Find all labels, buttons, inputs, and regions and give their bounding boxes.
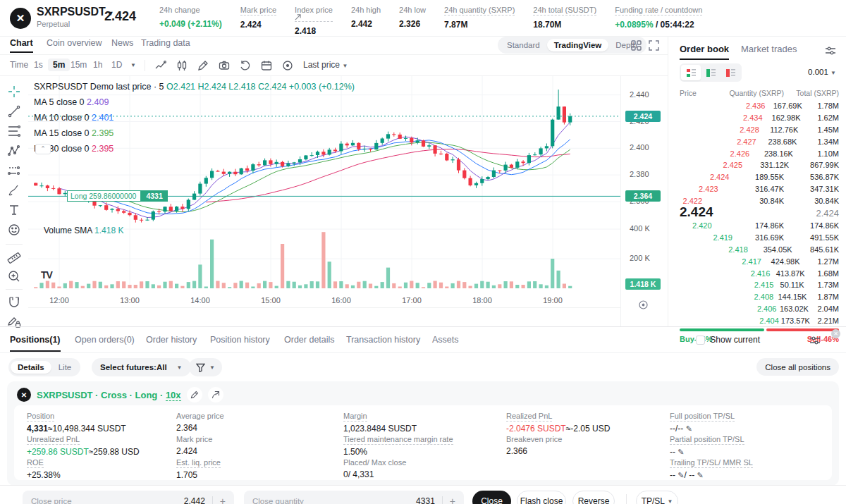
show-current-toggle[interactable]: Show current: [696, 335, 760, 345]
tab-order-book[interactable]: Order book: [680, 44, 729, 60]
legend-collapse-button[interactable]: ⌃: [35, 144, 51, 154]
view-tradingview[interactable]: TradingView: [547, 39, 609, 51]
tab-chart[interactable]: Chart: [10, 38, 33, 53]
reverse-button[interactable]: Reverse: [572, 491, 615, 504]
interval-5m[interactable]: 5m: [48, 59, 70, 71]
emoji-tool-icon[interactable]: [7, 223, 21, 237]
header-stat: Mark price 2.424: [240, 5, 276, 36]
draw-pencil-icon[interactable]: [197, 60, 209, 71]
tpsl-button[interactable]: TP/SL ▼: [636, 491, 678, 504]
field-partial-tpsl: Partial position TP/SL -- ✎: [670, 434, 832, 457]
volume-tick: 200 K: [630, 254, 650, 262]
orderbook-row[interactable]: 2.408 144.15K 1.87M: [668, 291, 846, 303]
orderbook-row[interactable]: 2.424 189.55K 536.87K: [668, 171, 846, 183]
panel-toggle-icon[interactable]: ✕: [831, 329, 840, 338]
brush-tool-icon[interactable]: [7, 183, 21, 197]
interval-1h[interactable]: 1h: [93, 60, 102, 70]
orderbook-row[interactable]: 2.406 163.02K 2.04M: [668, 303, 846, 315]
mode-lite[interactable]: Lite: [51, 361, 79, 374]
tab-open-orders[interactable]: Open orders(0): [75, 335, 135, 345]
crosshair-tool-icon[interactable]: [7, 85, 21, 99]
interval-1d[interactable]: 1D: [111, 60, 122, 70]
close-all-positions-button[interactable]: Close all positions: [756, 358, 839, 376]
target-icon[interactable]: [282, 60, 293, 71]
orderbook-row[interactable]: 2.416 413.87K 1.68M: [668, 267, 846, 279]
close-button[interactable]: Close: [472, 491, 511, 504]
share-position-icon[interactable]: [208, 387, 223, 402]
fullscreen-icon[interactable]: [649, 40, 659, 51]
orderbook-row[interactable]: 2.428 112.76K 1.45M: [668, 124, 846, 136]
orderbook-row[interactable]: 2.426 238.16K 1.10M: [668, 147, 846, 159]
mode-bids-icon[interactable]: [701, 65, 721, 80]
magnet-tool-icon[interactable]: [7, 295, 21, 309]
tab-coin-overview[interactable]: Coin overview: [47, 38, 102, 48]
orderbook-row[interactable]: 2.422 30.84K 30.84K: [668, 195, 846, 207]
interval-15m[interactable]: 15m: [70, 60, 87, 70]
tab-transaction-history[interactable]: Transaction history: [346, 335, 420, 345]
calendar-icon[interactable]: [261, 60, 272, 71]
tick-size-select[interactable]: 0.001 ▼: [808, 68, 836, 76]
tab-order-details[interactable]: Order details: [284, 335, 335, 345]
screenshot-camera-icon[interactable]: [219, 60, 230, 71]
close-price-input[interactable]: Close price 2.442 +: [23, 491, 234, 504]
tab-position-history[interactable]: Position history: [210, 335, 270, 345]
view-standard[interactable]: Standard: [500, 39, 547, 51]
price-source-select[interactable]: Last price ▼: [303, 60, 348, 70]
plus-stepper-icon[interactable]: +: [450, 496, 455, 504]
tradingview-logo[interactable]: TV: [41, 269, 52, 281]
axis-settings-icon[interactable]: [638, 300, 649, 310]
orderbook-row[interactable]: 2.425 331.12K 867.99K: [668, 159, 846, 171]
orderbook-row[interactable]: 2.404 173.57K 2.21M: [668, 314, 846, 326]
orderbook-mid[interactable]: 2.424 2.424: [680, 204, 839, 220]
edit-tpsl-icon[interactable]: ✎: [686, 424, 692, 433]
interval-more-icon[interactable]: ▼: [130, 62, 136, 68]
reset-undo-icon[interactable]: [240, 60, 251, 71]
orderbook-row[interactable]: 2.419 316.69K 491.55K: [668, 232, 846, 244]
pattern-tool-icon[interactable]: [7, 144, 21, 158]
orderbook-settings-icon[interactable]: [825, 45, 836, 56]
mode-details[interactable]: Details: [11, 361, 51, 374]
edit-trailing-icon[interactable]: ✎: [678, 471, 684, 479]
ruler-tool-icon[interactable]: [7, 250, 21, 264]
positions-settings-icon[interactable]: [809, 335, 821, 346]
filter-button[interactable]: ▼: [189, 358, 222, 376]
position-entry-tag[interactable]: Long 259.86000000 4331: [67, 190, 168, 202]
tab-news[interactable]: News: [111, 38, 133, 48]
orderbook-row[interactable]: 2.415 50.11K 1.73M: [668, 279, 846, 291]
forecast-tool-icon[interactable]: [7, 164, 21, 178]
tab-market-trades[interactable]: Market trades: [741, 44, 797, 54]
text-tool-icon[interactable]: [7, 203, 21, 217]
fib-retracement-tool-icon[interactable]: [7, 124, 21, 138]
time-axis[interactable]: 12:0013:0014:0015:0016:0017:0018:0019:00: [28, 293, 620, 308]
orderbook-row[interactable]: 2.427 238.68K 1.34M: [668, 135, 846, 147]
orderbook-row[interactable]: 2.423 316.47K 347.31K: [668, 183, 846, 195]
orderbook-row[interactable]: 2.420 174.86K 174.86K: [668, 220, 846, 232]
header-stat: 24h change +0.049 (+2.11%): [159, 5, 222, 36]
zoom-tool-icon[interactable]: [7, 269, 21, 283]
tab-positions[interactable]: Positions(1): [10, 335, 61, 352]
indicator-line-icon[interactable]: [155, 60, 166, 71]
edit-leverage-icon[interactable]: [187, 387, 202, 402]
mode-both-icon[interactable]: [681, 65, 701, 80]
interval-1s[interactable]: 1s: [34, 60, 43, 70]
symbol-selector[interactable]: SXRPSUSDT▼ Perpetual: [37, 6, 114, 28]
tab-trading-data[interactable]: Trading data: [141, 38, 190, 48]
edit-mmr-icon[interactable]: ✎: [697, 471, 704, 479]
tab-assets[interactable]: Assets: [432, 335, 459, 345]
close-quantity-input[interactable]: Close quantity 4331 +: [244, 491, 464, 504]
mode-asks-icon[interactable]: [721, 65, 740, 80]
candle-style-icon[interactable]: [176, 60, 188, 71]
orderbook-row[interactable]: 2.434 162.98K 1.62M: [668, 112, 846, 124]
orderbook-row[interactable]: 2.436 167.69K 1.78M: [668, 100, 846, 112]
trend-line-tool-icon[interactable]: [7, 104, 21, 118]
futures-filter-select[interactable]: Select futures:All▼: [92, 358, 191, 376]
orderbook-row[interactable]: 2.417 424.98K 1.27M: [668, 255, 846, 267]
tab-order-history[interactable]: Order history: [146, 335, 197, 345]
orderbook-row[interactable]: 2.418 354.05K 845.61K: [668, 244, 846, 256]
flash-close-button[interactable]: Flash close: [517, 491, 566, 504]
checkbox-icon[interactable]: [696, 336, 705, 345]
edit-partial-tpsl-icon[interactable]: ✎: [678, 448, 684, 456]
price-axis[interactable]: 2.4402.4202.4002.3802.360400 K200 K2.424…: [620, 76, 668, 326]
layout-grid-icon[interactable]: [631, 40, 642, 51]
plus-stepper-icon[interactable]: +: [220, 496, 226, 504]
